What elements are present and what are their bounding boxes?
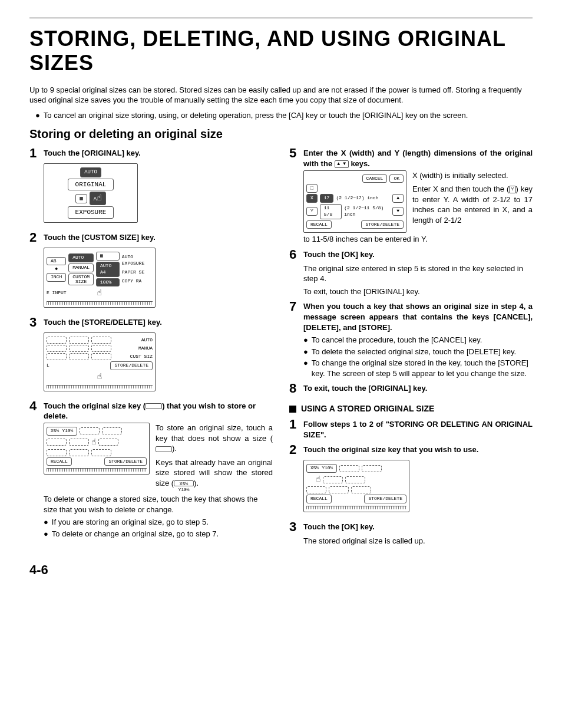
screen-step-3: AUTO MANUA CUST SIZ LSTORE/DELETE ☝ xyxy=(44,332,156,391)
step-number: 2 xyxy=(289,443,300,456)
p: Enter X and then touch the ( xyxy=(412,185,509,193)
step-number: 3 xyxy=(29,316,40,329)
u-step-1-title: Follow steps 1 to 2 of "STORING OR DELET… xyxy=(303,418,533,440)
page-number: 4-6 xyxy=(29,561,533,579)
using-step-1: 1 Follow steps 1 to 2 of "STORING OR DEL… xyxy=(289,418,533,440)
empty-key xyxy=(47,449,67,456)
auto-key-2: A☝ xyxy=(90,192,106,205)
using-step-2: 2 Touch the original size key that you w… xyxy=(289,443,533,456)
p: ). xyxy=(194,479,199,487)
empty-key xyxy=(345,476,365,483)
step-6: 6 Touch the [OK] key. xyxy=(289,248,533,261)
size-key: X5½ Y10½ xyxy=(306,464,337,473)
screen-step-1: AUTO ORIGINAL ▦A☝ EXPOSURE xyxy=(44,163,138,223)
empty-key xyxy=(69,353,89,360)
bottom-bar xyxy=(47,385,153,388)
bullet-icon: ● xyxy=(44,529,48,539)
bullet-icon: ● xyxy=(35,110,40,121)
step-7-title: When you touch a key that shows an origi… xyxy=(303,300,533,332)
exposure-label: AUTO EXPOSURE xyxy=(122,254,153,267)
step-7: 7 When you touch a key that shows an ori… xyxy=(289,300,533,332)
step-5-side-text: X (width) is initially selected. Enter X… xyxy=(412,170,533,229)
hand-icon: ☝ xyxy=(316,474,320,485)
empty-key xyxy=(362,465,382,472)
ab-key: AB xyxy=(47,257,66,266)
manual-label: MANUA xyxy=(138,345,153,352)
step-4-title-a: Touch the original size key ( xyxy=(44,401,146,410)
step-1: 1 Touch the [ORIGINAL] key. xyxy=(29,147,273,160)
p: ). xyxy=(172,444,177,453)
step-number: 8 xyxy=(289,382,300,395)
step-6-title: Touch the [OK] key. xyxy=(303,248,375,261)
subheading-using: USING A STORED ORIGINAL SIZE xyxy=(289,403,533,414)
up-arrow-icon: ▲ xyxy=(392,194,404,203)
step-number: 4 xyxy=(29,400,40,421)
step-3: 3 Touch the [STORE/DELETE] key. xyxy=(29,316,273,329)
paper-label: PAPER SE xyxy=(122,269,153,276)
using-step-3: 3 Touch the [OK] key. xyxy=(289,521,533,533)
section-heading-1: Storing or deleting an original size xyxy=(29,126,533,142)
x-value: 17 xyxy=(320,194,334,203)
right-column: 5 Enter the X (width) and Y (length) dim… xyxy=(289,143,533,549)
icon-key: ▦ xyxy=(96,252,120,261)
empty-key xyxy=(91,337,111,344)
step-7-b3: To change the original size stored in th… xyxy=(312,358,533,378)
y-key-icon: Y xyxy=(509,186,515,193)
step-3-title: Touch the [STORE/DELETE] key. xyxy=(44,316,162,329)
empty-key xyxy=(80,427,100,434)
original-key: ORIGINAL xyxy=(68,179,114,191)
bottom-bar xyxy=(306,506,406,509)
step-6-p1: The original size entered in step 5 is s… xyxy=(303,263,533,284)
p: To store an original size, touch a key t… xyxy=(156,423,273,443)
subheading-text: USING A STORED ORIGINAL SIZE xyxy=(301,403,434,414)
y-range: (2 1/2~11 5/8) inch xyxy=(344,205,388,218)
ratio-key: 100% xyxy=(96,278,120,287)
bottom-bar xyxy=(47,468,147,472)
empty-key xyxy=(98,439,118,446)
step-number: 2 xyxy=(29,231,40,244)
step-6-p2: To exit, touch the [ORIGINAL] key. xyxy=(303,286,533,297)
step-number: 7 xyxy=(289,300,300,332)
step-4: 4 Touch the original size key () that yo… xyxy=(29,400,273,421)
u-step-3-title: Touch the [OK] key. xyxy=(303,521,375,533)
screen-step-2: AB ◆ INCH AUTO MANUAL CUSTOMSIZE ▦ AUTO … xyxy=(44,248,156,308)
step-number: 5 xyxy=(289,147,300,169)
hand-icon: ☝ xyxy=(47,371,153,383)
hand-icon: ☝ xyxy=(91,437,96,448)
intro-bullet: ● To cancel an original size storing, us… xyxy=(35,110,533,121)
x-range: (2 1/2~17) inch xyxy=(336,195,378,202)
empty-key xyxy=(329,486,349,493)
manual-key: MANUAL xyxy=(68,263,94,272)
bullet-icon: ● xyxy=(303,358,308,378)
hand-icon: ☝ xyxy=(97,288,102,299)
empty-key xyxy=(306,486,326,493)
store-delete-key: STORE/DELETE xyxy=(364,495,406,503)
bullet-icon: ● xyxy=(303,347,308,357)
empty-key xyxy=(339,465,359,472)
empty-key xyxy=(91,353,111,360)
copy-label: COPY RA xyxy=(122,278,153,285)
empty-key xyxy=(47,345,67,352)
step-number: 3 xyxy=(289,521,300,533)
empty-key xyxy=(47,439,67,446)
step-4-p3: To delete or change a stored size, touch… xyxy=(44,494,273,515)
bullet-icon: ● xyxy=(303,335,308,345)
screen-using-2: X5½ Y10½ ☝ RECALLSTORE/DELETE xyxy=(303,460,409,512)
store-delete-key: STORE/DELETE xyxy=(361,220,404,229)
input-label: E INPUT xyxy=(47,290,67,297)
screen-step-5: CANCELOK ⬚ X17(2 1/2~17) inch▲ Y11 5/8(2… xyxy=(303,170,406,233)
cancel-key: CANCEL xyxy=(362,174,388,183)
bullet-icon: ● xyxy=(44,517,48,528)
size-key-icon: X5½ Y10½ xyxy=(174,480,194,486)
cust-label: CUST SIZ xyxy=(130,354,153,360)
empty-key xyxy=(323,476,343,483)
x-key: X xyxy=(306,194,318,203)
empty-key xyxy=(102,427,122,434)
step-5-p3: to 11-5/8 inches can be entered in Y. xyxy=(303,234,533,245)
intro-bullet-text: To cancel an original size storing, usin… xyxy=(44,110,468,121)
empty-key xyxy=(47,353,67,360)
y-value: 11 5/8 xyxy=(320,204,342,219)
recall-key: RECALL xyxy=(306,220,332,229)
step-4-b1: If you are storing an original size, go … xyxy=(52,517,209,528)
step-4-b2: To delete or change an original size, go… xyxy=(52,529,219,539)
